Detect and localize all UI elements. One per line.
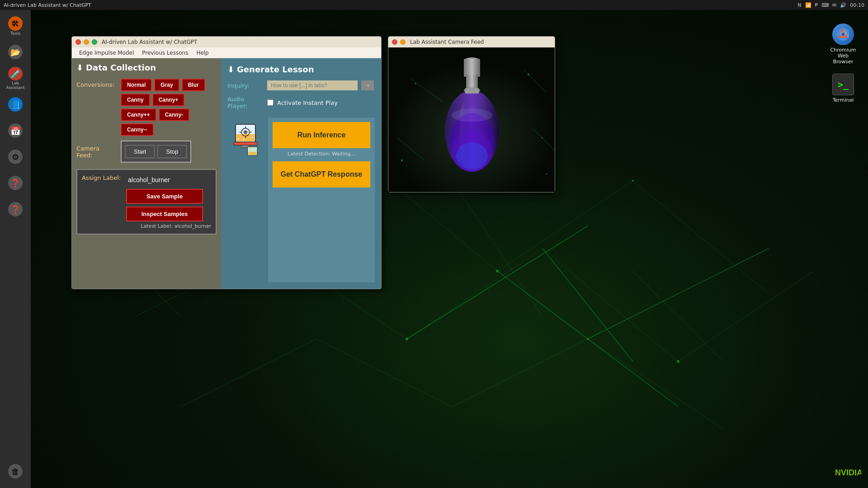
normal-button[interactable]: Normal [121, 79, 152, 91]
sidebar-item-tools-label: Tools [10, 32, 20, 36]
camera-feed-display [388, 47, 555, 192]
latest-detection-text: Latest Detection: Waiting... [273, 151, 370, 157]
svg-rect-40 [248, 152, 256, 155]
svg-point-46 [415, 83, 416, 84]
data-collection-header: ⬇ Data Collection [76, 63, 217, 72]
blur-button[interactable]: Blur [182, 79, 205, 91]
generate-lesson-arrow: ⬇ [227, 65, 234, 74]
svg-point-24 [496, 270, 499, 272]
conversions-label: Conversions: [76, 79, 117, 88]
activate-instant-play-label: Activate Instant Play [277, 99, 338, 106]
canny-plus-button[interactable]: Canny+ [152, 94, 185, 106]
canny-plusplus-button[interactable]: Canny++ [121, 108, 156, 121]
clock: 00:10 [850, 2, 864, 8]
volume-icon: 🔊 [840, 2, 846, 8]
camera-window-title: Lab Assistant Camera Feed [410, 39, 484, 45]
sidebar-item-help1[interactable]: ❓ [4, 172, 27, 195]
lab-content: ⬇ Data Collection Conversions: Normal Gr… [72, 58, 381, 289]
instant-play-checkbox[interactable] [267, 99, 274, 106]
conversions-section: Conversions: Normal Gray Blur Canny Cann… [76, 79, 217, 136]
sidebar-item-assistant[interactable]: 🧪 Lab Assistant [4, 67, 27, 90]
maximize-button[interactable] [92, 39, 97, 45]
svg-line-12 [452, 339, 588, 407]
label-input[interactable] [126, 174, 198, 185]
terminal-desktop-icon[interactable]: >_ Terminal [827, 74, 859, 103]
svg-point-43 [243, 139, 244, 141]
svg-point-69 [842, 33, 844, 36]
data-collection-title: Data Collection [86, 63, 156, 72]
desktop-icons: Chromium Web Browser >_ Terminal [827, 23, 859, 103]
inspect-samples-button[interactable]: Inspect Samples [126, 206, 203, 221]
sidebar-item-trash[interactable]: 🗑 [4, 460, 27, 483]
sidebar-item-tools[interactable]: 🛠 Tools [4, 14, 27, 38]
terminal-icon-label: Terminal [833, 97, 854, 103]
lab-assistant-window: AI-driven Lab Assistant w/ ChatGPT Edge … [71, 36, 382, 289]
sidebar-item-assistant-label: Lab Assistant [4, 81, 27, 90]
nvidia-icon: N [797, 2, 801, 8]
camera-feed-window: Lab Assistant Camera Feed [388, 36, 555, 192]
svg-rect-37 [234, 142, 258, 145]
taskbar-title: AI-driven Lab Assistant w/ ChatGPT [4, 2, 91, 8]
vscode-icon: 📘 [8, 97, 23, 112]
bluetooth-icon: Ᵽ [815, 2, 818, 8]
lab-window-titlebar: AI-driven Lab Assistant w/ ChatGPT [72, 37, 381, 47]
start-button[interactable]: Start [125, 145, 155, 158]
svg-line-7 [407, 249, 542, 339]
sidebar-item-vscode[interactable]: 📘 [4, 93, 27, 117]
svg-text:NVIDIA: NVIDIA [835, 468, 861, 477]
trash-icon: 🗑 [8, 464, 23, 479]
camera-feed-svg [388, 47, 555, 192]
chromium-icon [832, 23, 854, 45]
generate-lesson-header: ⬇ Generate Lesson [227, 65, 375, 74]
help1-icon: ❓ [8, 176, 23, 190]
sidebar-item-files[interactable]: 📂 [4, 41, 27, 64]
svg-line-10 [181, 339, 316, 407]
audio-player-label: Audio Player: [227, 96, 264, 109]
camera-close-button[interactable] [392, 39, 397, 45]
assign-label-section: Assign Label: Save Sample Inspect Sample… [76, 169, 217, 235]
assign-buttons: Save Sample Inspect Samples [82, 189, 211, 221]
data-collection-arrow: ⬇ [76, 63, 83, 72]
svg-line-21 [542, 249, 633, 361]
menu-edge-impulse[interactable]: Edge Impulse Model [75, 49, 137, 57]
run-inference-button[interactable]: Run Inference [273, 122, 370, 148]
calendar-icon: 📅 [8, 123, 23, 138]
generate-lesson-title: Generate Lesson [237, 65, 314, 74]
keyboard-icon: ⌨ [821, 2, 829, 8]
menu-help[interactable]: Help [193, 49, 212, 57]
save-sample-button[interactable]: Save Sample [126, 189, 203, 204]
lab-window-title: AI-driven Lab Assistant w/ ChatGPT [102, 39, 197, 45]
canny-button[interactable]: Canny [121, 94, 150, 106]
svg-point-50 [546, 174, 547, 175]
svg-line-17 [633, 271, 723, 361]
sidebar-item-settings[interactable]: ⚙ [4, 145, 27, 169]
sidebar-item-calendar[interactable]: 📅 [4, 119, 27, 143]
inquiry-arrow-button[interactable]: → [361, 80, 374, 90]
canny-minusminus-button[interactable]: Canny-- [121, 123, 154, 136]
minimize-button[interactable] [84, 39, 89, 45]
close-button[interactable] [75, 39, 81, 45]
nvidia-logo: NVIDIA [834, 465, 861, 481]
audio-section: Audio Player: Activate Instant Play [227, 96, 375, 109]
inquiry-section: Inquiry: → [227, 80, 375, 90]
camera-window-titlebar: Lab Assistant Camera Feed [388, 37, 555, 47]
svg-point-25 [632, 180, 634, 182]
svg-point-62 [456, 142, 488, 169]
get-chatgpt-button[interactable]: Get ChatGPT Response [273, 161, 370, 188]
sidebar-item-help2[interactable]: ❓ [4, 198, 27, 221]
svg-line-4 [633, 181, 769, 294]
inquiry-input[interactable] [267, 80, 358, 90]
stop-button[interactable]: Stop [157, 145, 187, 158]
svg-rect-56 [464, 59, 480, 77]
sidebar: 🛠 Tools 📂 🧪 Lab Assistant 📘 📅 ⚙ ❓ ❓ 🗑 [0, 10, 31, 488]
chromium-desktop-icon[interactable]: Chromium Web Browser [827, 23, 859, 65]
menu-previous-lessons[interactable]: Previous Lessons [138, 49, 192, 57]
canny-minus-button[interactable]: Canny- [159, 108, 190, 121]
svg-point-63 [452, 108, 492, 122]
camera-minimize-button[interactable] [400, 39, 406, 45]
svg-rect-65 [465, 88, 479, 94]
camera-controls: Start Stop [121, 141, 191, 163]
files-icon: 📂 [8, 45, 23, 59]
gray-button[interactable]: Gray [154, 79, 179, 91]
assign-label-row: Assign Label: [82, 174, 211, 185]
